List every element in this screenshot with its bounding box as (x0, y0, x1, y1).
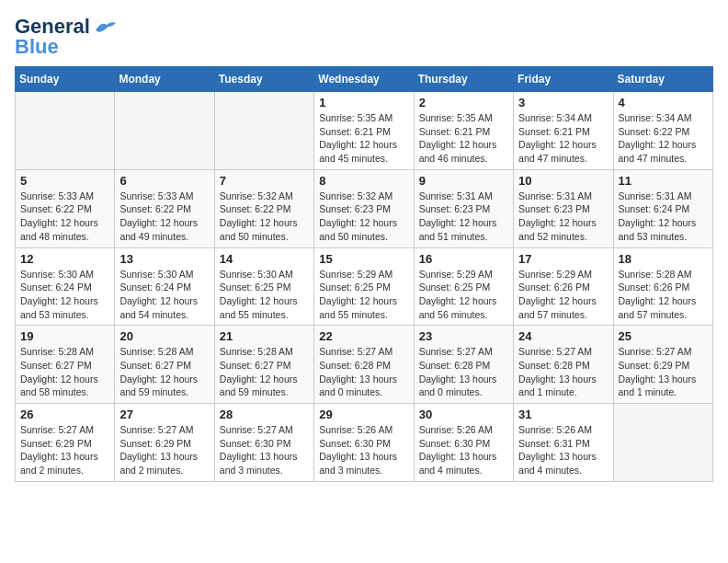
header-sunday: Sunday (16, 67, 115, 92)
calendar-cell (214, 92, 313, 170)
day-number: 13 (119, 252, 209, 266)
day-info: Sunrise: 5:27 AMSunset: 6:29 PMDaylight:… (119, 423, 209, 477)
calendar-cell: 5Sunrise: 5:33 AMSunset: 6:22 PMDaylight… (16, 169, 115, 247)
calendar-week-row: 26Sunrise: 5:27 AMSunset: 6:29 PMDayligh… (16, 404, 713, 482)
day-info: Sunrise: 5:28 AMSunset: 6:26 PMDaylight:… (619, 268, 708, 322)
day-info: Sunrise: 5:32 AMSunset: 6:22 PMDaylight:… (220, 190, 309, 244)
header-monday: Monday (115, 67, 214, 92)
day-info: Sunrise: 5:26 AMSunset: 6:30 PMDaylight:… (319, 423, 408, 477)
day-number: 11 (619, 174, 708, 188)
logo: General Blue (15, 15, 118, 59)
day-info: Sunrise: 5:29 AMSunset: 6:25 PMDaylight:… (419, 268, 508, 322)
day-number: 1 (319, 96, 408, 109)
day-number: 22 (319, 329, 408, 343)
day-number: 8 (319, 174, 408, 188)
day-info: Sunrise: 5:32 AMSunset: 6:23 PMDaylight:… (319, 190, 408, 244)
calendar-cell: 1Sunrise: 5:35 AMSunset: 6:21 PMDaylight… (314, 92, 414, 170)
calendar-cell: 30Sunrise: 5:26 AMSunset: 6:30 PMDayligh… (414, 404, 513, 482)
calendar-cell: 27Sunrise: 5:27 AMSunset: 6:29 PMDayligh… (115, 404, 214, 482)
day-number: 24 (518, 329, 608, 343)
calendar-cell: 10Sunrise: 5:31 AMSunset: 6:23 PMDayligh… (514, 169, 613, 247)
day-info: Sunrise: 5:29 AMSunset: 6:25 PMDaylight:… (319, 268, 408, 322)
day-info: Sunrise: 5:34 AMSunset: 6:21 PMDaylight:… (518, 111, 608, 166)
calendar-cell: 11Sunrise: 5:31 AMSunset: 6:24 PMDayligh… (613, 169, 712, 247)
day-number: 12 (20, 252, 109, 266)
logo-bird-icon (92, 19, 118, 36)
calendar-cell: 12Sunrise: 5:30 AMSunset: 6:24 PMDayligh… (16, 247, 115, 326)
calendar-cell: 13Sunrise: 5:30 AMSunset: 6:24 PMDayligh… (115, 247, 214, 326)
day-info: Sunrise: 5:35 AMSunset: 6:21 PMDaylight:… (419, 111, 508, 166)
day-info: Sunrise: 5:29 AMSunset: 6:26 PMDaylight:… (518, 268, 608, 322)
day-info: Sunrise: 5:27 AMSunset: 6:30 PMDaylight:… (220, 423, 309, 477)
calendar-cell: 14Sunrise: 5:30 AMSunset: 6:25 PMDayligh… (214, 247, 313, 326)
calendar-week-row: 1Sunrise: 5:35 AMSunset: 6:21 PMDaylight… (16, 92, 713, 170)
day-number: 28 (220, 408, 309, 421)
day-number: 25 (619, 329, 708, 343)
calendar-cell: 25Sunrise: 5:27 AMSunset: 6:29 PMDayligh… (613, 326, 712, 404)
day-number: 10 (518, 174, 608, 188)
day-info: Sunrise: 5:27 AMSunset: 6:28 PMDaylight:… (518, 345, 608, 399)
calendar-cell: 21Sunrise: 5:28 AMSunset: 6:27 PMDayligh… (214, 326, 313, 404)
header-friday: Friday (514, 67, 613, 92)
day-info: Sunrise: 5:34 AMSunset: 6:22 PMDaylight:… (619, 111, 708, 166)
calendar-cell (115, 92, 214, 170)
calendar-cell: 4Sunrise: 5:34 AMSunset: 6:22 PMDaylight… (613, 92, 712, 170)
calendar-cell: 18Sunrise: 5:28 AMSunset: 6:26 PMDayligh… (613, 247, 712, 326)
calendar-cell: 17Sunrise: 5:29 AMSunset: 6:26 PMDayligh… (514, 247, 613, 326)
day-info: Sunrise: 5:31 AMSunset: 6:24 PMDaylight:… (619, 190, 708, 244)
calendar-week-row: 5Sunrise: 5:33 AMSunset: 6:22 PMDaylight… (16, 169, 713, 247)
calendar-cell: 24Sunrise: 5:27 AMSunset: 6:28 PMDayligh… (514, 326, 613, 404)
header-wednesday: Wednesday (314, 67, 414, 92)
calendar-cell: 8Sunrise: 5:32 AMSunset: 6:23 PMDaylight… (314, 169, 414, 247)
day-info: Sunrise: 5:30 AMSunset: 6:24 PMDaylight:… (119, 268, 209, 322)
calendar-cell: 6Sunrise: 5:33 AMSunset: 6:22 PMDaylight… (115, 169, 214, 247)
day-number: 6 (119, 174, 209, 188)
logo-blue-text: Blue (15, 35, 59, 59)
day-info: Sunrise: 5:27 AMSunset: 6:29 PMDaylight:… (20, 423, 109, 477)
day-number: 15 (319, 252, 408, 266)
day-info: Sunrise: 5:35 AMSunset: 6:21 PMDaylight:… (319, 111, 408, 166)
day-number: 29 (319, 408, 408, 421)
day-number: 30 (419, 408, 508, 421)
calendar-cell: 29Sunrise: 5:26 AMSunset: 6:30 PMDayligh… (314, 404, 414, 482)
day-info: Sunrise: 5:33 AMSunset: 6:22 PMDaylight:… (20, 190, 109, 244)
day-info: Sunrise: 5:33 AMSunset: 6:22 PMDaylight:… (119, 190, 209, 244)
day-info: Sunrise: 5:28 AMSunset: 6:27 PMDaylight:… (220, 345, 309, 399)
calendar-cell: 7Sunrise: 5:32 AMSunset: 6:22 PMDaylight… (214, 169, 313, 247)
day-number: 31 (518, 408, 608, 421)
day-info: Sunrise: 5:27 AMSunset: 6:28 PMDaylight:… (419, 345, 508, 399)
calendar-cell: 16Sunrise: 5:29 AMSunset: 6:25 PMDayligh… (414, 247, 513, 326)
day-info: Sunrise: 5:30 AMSunset: 6:25 PMDaylight:… (220, 268, 309, 322)
calendar-cell: 3Sunrise: 5:34 AMSunset: 6:21 PMDaylight… (514, 92, 613, 170)
calendar-cell: 22Sunrise: 5:27 AMSunset: 6:28 PMDayligh… (314, 326, 414, 404)
page-header: General Blue (15, 15, 713, 59)
calendar-week-row: 12Sunrise: 5:30 AMSunset: 6:24 PMDayligh… (16, 247, 713, 326)
day-info: Sunrise: 5:28 AMSunset: 6:27 PMDaylight:… (119, 345, 209, 399)
calendar-cell (613, 404, 712, 482)
day-number: 20 (119, 329, 209, 343)
calendar-week-row: 19Sunrise: 5:28 AMSunset: 6:27 PMDayligh… (16, 326, 713, 404)
calendar-cell: 20Sunrise: 5:28 AMSunset: 6:27 PMDayligh… (115, 326, 214, 404)
calendar-cell: 28Sunrise: 5:27 AMSunset: 6:30 PMDayligh… (214, 404, 313, 482)
calendar-cell (16, 92, 115, 170)
day-number: 9 (419, 174, 508, 188)
day-number: 19 (20, 329, 109, 343)
day-number: 16 (419, 252, 508, 266)
calendar-cell: 26Sunrise: 5:27 AMSunset: 6:29 PMDayligh… (16, 404, 115, 482)
calendar-cell: 2Sunrise: 5:35 AMSunset: 6:21 PMDaylight… (414, 92, 513, 170)
calendar-cell: 15Sunrise: 5:29 AMSunset: 6:25 PMDayligh… (314, 247, 414, 326)
day-number: 7 (220, 174, 309, 188)
day-info: Sunrise: 5:30 AMSunset: 6:24 PMDaylight:… (20, 268, 109, 322)
day-number: 4 (619, 96, 708, 109)
calendar-cell: 23Sunrise: 5:27 AMSunset: 6:28 PMDayligh… (414, 326, 513, 404)
header-saturday: Saturday (613, 67, 712, 92)
calendar-table: SundayMondayTuesdayWednesdayThursdayFrid… (15, 66, 713, 482)
calendar-header-row: SundayMondayTuesdayWednesdayThursdayFrid… (16, 67, 713, 92)
day-number: 21 (220, 329, 309, 343)
day-number: 14 (220, 252, 309, 266)
calendar-cell: 9Sunrise: 5:31 AMSunset: 6:23 PMDaylight… (414, 169, 513, 247)
calendar-cell: 19Sunrise: 5:28 AMSunset: 6:27 PMDayligh… (16, 326, 115, 404)
day-info: Sunrise: 5:31 AMSunset: 6:23 PMDaylight:… (419, 190, 508, 244)
day-info: Sunrise: 5:28 AMSunset: 6:27 PMDaylight:… (20, 345, 109, 399)
day-number: 17 (518, 252, 608, 266)
